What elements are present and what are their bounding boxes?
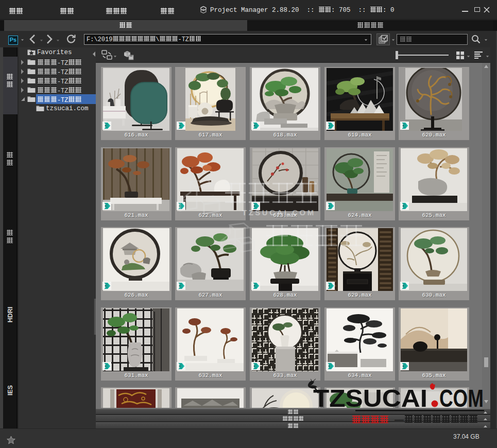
svg-text:COM: COM bbox=[439, 384, 484, 412]
svg-text:TZSUCAI: TZSUCAI bbox=[313, 384, 427, 412]
